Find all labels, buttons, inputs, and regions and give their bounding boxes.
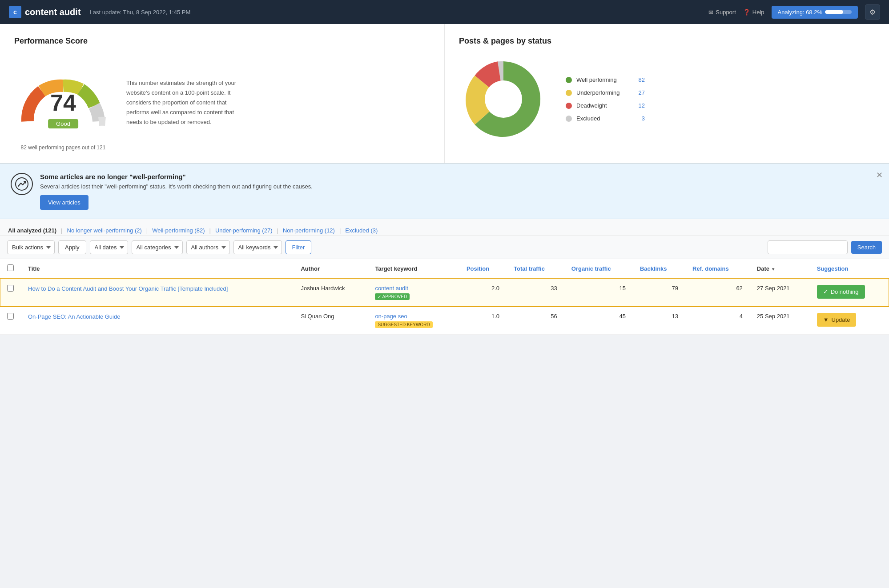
last-update: Last update: Thu, 8 Sep 2022, 1:45 PM [90, 9, 700, 16]
logo-icon: c [9, 6, 21, 18]
row-total-traffic: 33 [507, 278, 564, 307]
legend-item-under: Underperforming 27 [566, 89, 645, 96]
approved-badge: APPROVED [375, 293, 410, 300]
posts-content: Well performing 82 Underperforming 27 De… [459, 55, 875, 144]
toolbar: Bulk actions Apply All dates All categor… [0, 236, 889, 259]
row-ref-domains: 4 [685, 307, 750, 335]
keywords-select[interactable]: All keywords [233, 240, 282, 254]
legend-count-under: 27 [634, 89, 645, 96]
gauge-score: 74 [50, 89, 76, 116]
performance-card: Performance Score [0, 24, 445, 163]
support-link[interactable]: ✉ Support [708, 9, 736, 16]
row-checkbox-cell [0, 278, 21, 307]
select-all-checkbox[interactable] [7, 264, 14, 271]
analyzing-button[interactable]: Analyzing: 68.2% [772, 6, 858, 19]
legend-label-well: Well performing [576, 76, 630, 83]
tab-all-analyzed[interactable]: All analyzed (121) [7, 225, 57, 236]
gauge-container: 74 Good [14, 55, 112, 130]
row-total-traffic: 56 [507, 307, 564, 335]
keyword-link[interactable]: on-page seo [375, 313, 407, 320]
row-date: 27 Sep 2021 [750, 278, 810, 307]
col-ref-domains[interactable]: Ref. domains [685, 259, 750, 278]
article-title-link[interactable]: On-Page SEO: An Actionable Guide [28, 313, 120, 320]
tab-excluded[interactable]: Excluded (3) [344, 225, 378, 236]
legend-count-dead: 12 [634, 102, 645, 109]
alert-title: Some articles are no longer "well-perfor… [40, 173, 313, 180]
row-checkbox-cell [0, 307, 21, 335]
table-row: How to Do a Content Audit and Boost Your… [0, 278, 889, 307]
suggested-badge: SUGGESTED KEYWORD [375, 321, 432, 328]
gauge-subtext: 82 well performing pages out of 121 [21, 144, 106, 151]
do-nothing-button[interactable]: ✓ Do nothing [817, 285, 865, 299]
mail-icon: ✉ [708, 9, 713, 16]
row-checkbox[interactable] [7, 313, 14, 320]
col-traffic[interactable]: Total traffic [507, 259, 564, 278]
posts-title: Posts & pages by status [459, 36, 875, 46]
categories-select[interactable]: All categories [132, 240, 183, 254]
bulk-actions-select[interactable]: Bulk actions [7, 240, 55, 254]
row-organic-traffic: 15 [564, 278, 633, 307]
alert-text: Some articles are no longer "well-perfor… [40, 173, 313, 210]
row-keyword-cell: on-page seo SUGGESTED KEYWORD [368, 307, 459, 335]
row-title-cell: On-Page SEO: An Actionable Guide [21, 307, 294, 335]
row-date: 25 Sep 2021 [750, 307, 810, 335]
articles-table-container: Title Author Target keyword Position Tot… [0, 259, 889, 335]
keyword-link[interactable]: content audit [375, 285, 408, 292]
tab-non-performing[interactable]: Non-performing (12) [282, 225, 336, 236]
legend-label-excl: Excluded [576, 115, 630, 122]
search-input[interactable] [768, 240, 848, 254]
table-header: Title Author Target keyword Position Tot… [0, 259, 889, 278]
performance-content: 74 Good 82 well performing pages out of … [14, 55, 430, 151]
row-checkbox[interactable] [7, 285, 14, 292]
row-keyword-cell: content audit APPROVED [368, 278, 459, 307]
row-position: 2.0 [459, 278, 507, 307]
legend-label-dead: Deadweight [576, 102, 630, 109]
support-label: Support [716, 9, 736, 16]
apply-button[interactable]: Apply [58, 240, 86, 254]
analyzing-progress [825, 10, 852, 14]
help-link[interactable]: ❓ Help [743, 9, 764, 16]
tab-no-longer-well[interactable]: No longer well-performing (2) [66, 225, 143, 236]
legend-dot-dead [566, 103, 572, 109]
legend-label-under: Underperforming [576, 89, 630, 96]
alert-close-button[interactable]: ✕ [876, 170, 883, 180]
tabs-bar: All analyzed (121) | No longer well-perf… [0, 219, 889, 236]
filter-button[interactable]: Filter [286, 240, 312, 254]
help-label: Help [752, 9, 764, 16]
col-date[interactable]: Date ▼ [750, 259, 810, 278]
row-position: 1.0 [459, 307, 507, 335]
settings-button[interactable]: ⚙ [865, 4, 880, 20]
legend: Well performing 82 Underperforming 27 De… [566, 76, 645, 122]
legend-dot-under [566, 90, 572, 96]
dates-select[interactable]: All dates [90, 240, 128, 254]
posts-card: Posts & pages by status [445, 24, 889, 163]
donut-svg [459, 55, 548, 144]
article-title-link[interactable]: How to Do a Content Audit and Boost Your… [28, 285, 228, 292]
row-suggestion-cell: ✓ Do nothing [810, 278, 889, 307]
update-label: Update [832, 316, 850, 323]
col-suggestion: Suggestion [810, 259, 889, 278]
header: c content audit Last update: Thu, 8 Sep … [0, 0, 889, 24]
col-position[interactable]: Position [459, 259, 507, 278]
legend-item-well: Well performing 82 [566, 76, 645, 83]
tab-under-performing[interactable]: Under-performing (27) [214, 225, 274, 236]
logo-text: content audit [25, 7, 81, 17]
row-backlinks: 13 [633, 307, 685, 335]
row-ref-domains: 62 [685, 278, 750, 307]
col-keyword: Target keyword [368, 259, 459, 278]
row-organic-traffic: 45 [564, 307, 633, 335]
checkmark-icon: ✓ [823, 288, 828, 295]
row-title-cell: How to Do a Content Audit and Boost Your… [21, 278, 294, 307]
alert-description: Several articles lost their "well-perfor… [40, 183, 313, 190]
logo: c content audit [9, 6, 81, 18]
help-icon: ❓ [743, 9, 750, 16]
row-backlinks: 79 [633, 278, 685, 307]
search-button[interactable]: Search [851, 241, 882, 254]
tab-well-performing[interactable]: Well-performing (82) [151, 225, 205, 236]
col-backlinks[interactable]: Backlinks [633, 259, 685, 278]
update-button[interactable]: ▼ Update [817, 313, 857, 327]
col-organic[interactable]: Organic traffic [564, 259, 633, 278]
view-articles-button[interactable]: View articles [40, 195, 88, 210]
authors-select[interactable]: All authors [186, 240, 230, 254]
row-suggestion-cell: ▼ Update [810, 307, 889, 335]
